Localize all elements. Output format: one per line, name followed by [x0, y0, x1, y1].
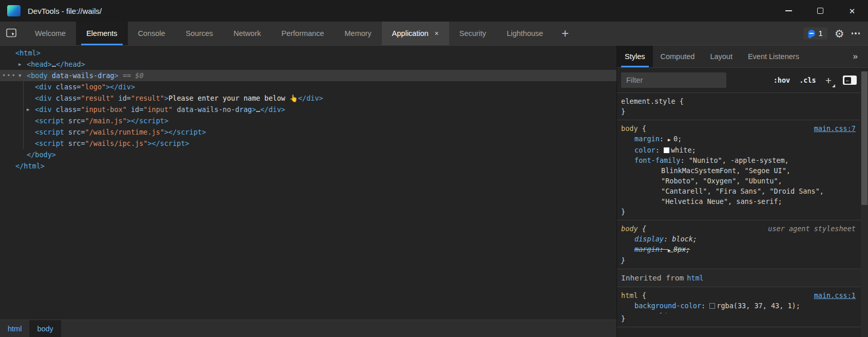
colon: :	[701, 302, 709, 310]
stylesheet-origin: user agent stylesheet	[768, 223, 856, 234]
css-value-wrap-line: BlinkMacSystemFont, "Segoe UI",	[634, 165, 856, 176]
sidebar-tab-event-listeners[interactable]: Event Listeners	[740, 46, 807, 67]
code-token: …	[52, 60, 56, 68]
rule-header: body {user agent stylesheet	[621, 223, 856, 234]
scrollbar-thumb[interactable]	[861, 71, 867, 205]
tab-security[interactable]: Security	[449, 22, 496, 45]
css-property-name: background-color	[634, 302, 701, 310]
expand-longhand-icon[interactable]: ▶	[668, 137, 673, 142]
tab-memory[interactable]: Memory	[334, 22, 381, 45]
tree-row[interactable]: <script src="/main.js"></script>	[0, 115, 616, 126]
code-token: </head>	[56, 60, 85, 68]
tab-close-icon[interactable]: ×	[435, 29, 439, 38]
tab-performance[interactable]: Performance	[271, 22, 334, 45]
css-selector[interactable]: body	[621, 124, 638, 133]
styles-filter-input[interactable]	[621, 72, 726, 88]
css-selector[interactable]: element.style	[621, 97, 676, 105]
tab-network[interactable]: Network	[223, 22, 271, 45]
customize-menu-icon[interactable]	[852, 32, 860, 34]
close-icon: ✕	[849, 7, 856, 15]
window-title: DevTools - file://wails/	[28, 7, 102, 15]
toolbar-right-group: 1 ⚙	[803, 22, 868, 45]
tab-label: Console	[138, 29, 165, 38]
tree-row[interactable]: ▶<head>…</head>	[0, 59, 616, 70]
issues-counter-button[interactable]: 1	[803, 27, 827, 40]
tree-row[interactable]: ▶<div class="input-box" id="input" data-…	[0, 104, 616, 115]
expand-arrow-icon[interactable]: ▶	[27, 104, 29, 115]
close-button[interactable]: ✕	[836, 0, 868, 22]
tab-label: Elements	[86, 29, 117, 38]
stylesheet-link[interactable]: main.css:1	[814, 290, 856, 301]
breadcrumb: htmlbody	[0, 320, 616, 337]
code-token: src=	[64, 139, 85, 147]
node-options-dots[interactable]: •••	[2, 70, 16, 81]
expand-longhand-icon[interactable]: ▶	[668, 248, 673, 253]
expand-arrow-icon[interactable]: ▶	[18, 59, 21, 70]
tree-row[interactable]: <html>	[0, 47, 616, 59]
tree-row[interactable]: <script src="/wails/runtime.js"></script…	[0, 126, 616, 138]
styles-scrollbar[interactable]	[861, 71, 868, 337]
devtools-toolbar: WelcomeElementsConsoleSourcesNetworkPerf…	[0, 22, 868, 45]
element-classes-toggle[interactable]: .cls	[799, 76, 816, 84]
tree-row[interactable]: •••▼<body data-wails-drag> == $0	[0, 70, 616, 81]
css-property-name: margin	[634, 245, 660, 253]
collapse-arrow-icon[interactable]: ▼	[18, 70, 21, 81]
css-declaration[interactable]: margin: ▶ 8px;	[621, 244, 856, 255]
color-swatch[interactable]	[709, 303, 715, 309]
more-tools-button[interactable]: +	[553, 22, 577, 45]
code-token: class=	[52, 83, 81, 91]
code-token: class=	[52, 94, 81, 102]
code-token: >	[164, 94, 168, 102]
window-controls: ✕	[773, 0, 868, 22]
css-declaration[interactable]: display: block;	[621, 234, 856, 244]
css-declaration[interactable]: font-family: "Nunito", -apple-system,Bli…	[621, 155, 856, 207]
new-style-rule-button[interactable]: +	[825, 75, 834, 86]
css-declaration[interactable]: color: white;	[621, 145, 856, 155]
maximize-button[interactable]	[804, 0, 836, 22]
css-selector[interactable]: body	[621, 224, 638, 233]
color-swatch[interactable]	[664, 147, 669, 153]
tab-console[interactable]: Console	[128, 22, 176, 45]
breadcrumb-item-html[interactable]: html	[0, 320, 29, 337]
overflow-tabs-chevron[interactable]: »	[843, 46, 868, 67]
code-token: "/main.js"	[85, 117, 127, 125]
code-token: <div	[35, 94, 52, 102]
code-token: <div	[35, 83, 52, 91]
code-token: src=	[64, 128, 85, 136]
tab-sources[interactable]: Sources	[176, 22, 223, 45]
tree-row[interactable]: </html>	[0, 160, 616, 172]
tab-application[interactable]: Application×	[382, 22, 449, 45]
tab-label: Security	[459, 29, 486, 38]
code-token: ></script>	[164, 128, 206, 136]
css-declaration[interactable]: background-color: rgba(33, 37, 43, 1);	[621, 301, 856, 311]
tree-row[interactable]: <div class="result" id="result">Please e…	[0, 92, 616, 104]
tree-row[interactable]: <div class="logo"></div>	[0, 81, 616, 92]
tree-row[interactable]: </body>	[0, 149, 616, 160]
styles-sidebar: StylesComputedLayoutEvent Listeners » :h…	[617, 46, 868, 337]
css-property-value: center;	[685, 312, 714, 313]
tree-row[interactable]: <script src="/wails/ipc.js"></script>	[0, 138, 616, 149]
breadcrumb-item-body[interactable]: body	[29, 320, 61, 337]
inherited-target-link[interactable]: html	[687, 274, 704, 282]
tab-lighthouse[interactable]: Lighthouse	[496, 22, 553, 45]
sidebar-tab-layout[interactable]: Layout	[702, 46, 740, 67]
stylesheet-link[interactable]: main.css:7	[814, 123, 856, 134]
minimize-button[interactable]	[773, 0, 804, 22]
styles-filter-row: :hov .cls + ←	[617, 68, 868, 93]
open-brace: {	[638, 124, 646, 133]
quick-view-toggle-button[interactable]: ←	[843, 76, 857, 85]
inspect-element-button[interactable]	[0, 22, 25, 45]
code-token: "/wails/runtime.js"	[85, 128, 164, 136]
code-token: "result"	[81, 94, 114, 102]
devtools-window: DevTools - file://wails/ ✕ WelcomeElemen…	[0, 0, 868, 337]
sidebar-tab-computed[interactable]: Computed	[653, 46, 703, 67]
pseudo-state-toggle[interactable]: :hov	[774, 76, 790, 84]
css-declaration[interactable]: margin: ▶ 0;	[621, 134, 856, 145]
tab-elements[interactable]: Elements	[76, 22, 127, 45]
tab-welcome[interactable]: Welcome	[25, 22, 76, 45]
css-selector[interactable]: html	[621, 291, 638, 299]
sidebar-tab-styles[interactable]: Styles	[617, 46, 653, 67]
css-property-value: rgba(33, 37, 43, 1);	[717, 302, 800, 310]
settings-gear-icon[interactable]: ⚙	[835, 28, 844, 39]
code-token: </div>	[260, 105, 285, 114]
